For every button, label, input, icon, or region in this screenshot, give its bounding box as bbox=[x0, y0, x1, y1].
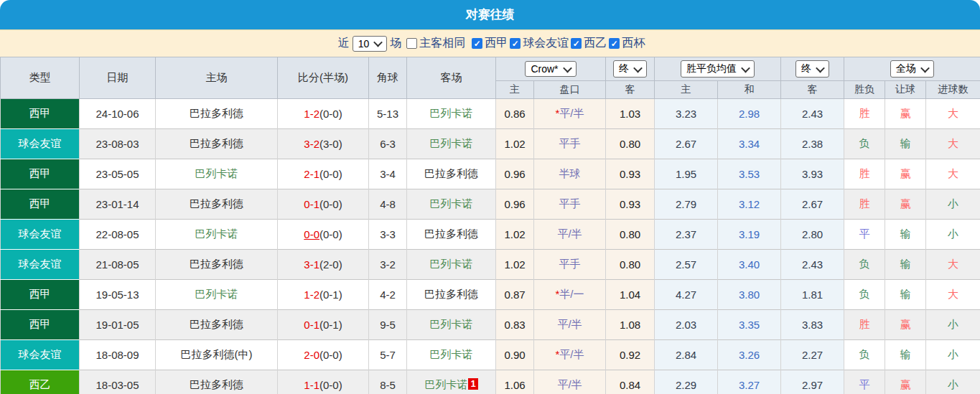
home-team-cell: 巴拉多利德 bbox=[156, 250, 278, 280]
home-team-name[interactable]: 巴列卡诺 bbox=[195, 167, 238, 179]
home-team-cell: 巴拉多利德 bbox=[156, 99, 278, 129]
league-checkbox[interactable]: ✓ bbox=[472, 38, 482, 49]
date-cell: 19-01-05 bbox=[80, 310, 156, 340]
half-time-score: (0-0) bbox=[319, 228, 342, 240]
final-score: 1-2 bbox=[304, 108, 319, 120]
half-time-score: (0-0) bbox=[319, 168, 342, 180]
competition-type-badge: 球会友谊 bbox=[1, 129, 80, 159]
home-team-name[interactable]: 巴列卡诺 bbox=[195, 228, 238, 240]
league-checkbox[interactable]: ✓ bbox=[571, 38, 582, 49]
same-venue-checkbox[interactable] bbox=[406, 38, 417, 49]
avg-away-odds-cell: 3.93 bbox=[781, 159, 844, 189]
away-team-name[interactable]: 巴列卡诺 bbox=[430, 107, 473, 119]
goals-over-under-cell: 小 bbox=[926, 310, 980, 340]
away-team-name[interactable]: 巴拉多利德 bbox=[424, 288, 478, 300]
away-odds-cell: 1.04 bbox=[606, 280, 655, 310]
away-odds-cell: 0.80 bbox=[606, 129, 655, 159]
final-score: 0-0 bbox=[304, 228, 319, 240]
corner-cell: 8-5 bbox=[369, 370, 407, 394]
away-team-name[interactable]: 巴拉多利德 bbox=[424, 228, 478, 240]
avg-time-select-cell: 终 bbox=[781, 57, 844, 81]
handicap-line: 平/半 bbox=[557, 228, 582, 240]
subheader-handicap: 盘口 bbox=[534, 81, 606, 99]
home-team-name[interactable]: 巴列卡诺 bbox=[195, 288, 238, 300]
home-team-name[interactable]: 巴拉多利德(中) bbox=[181, 348, 253, 360]
avg-away-odds-cell: 1.81 bbox=[781, 280, 844, 310]
result-cell: 胜 bbox=[844, 189, 885, 220]
handicap-line: 半球 bbox=[559, 167, 581, 179]
handicap-line: 平/半 bbox=[557, 378, 582, 390]
col-header-home: 主场 bbox=[156, 57, 278, 99]
corner-cell: 5-7 bbox=[369, 340, 407, 370]
home-team-name[interactable]: 巴拉多利德 bbox=[190, 258, 243, 270]
recent-count-select[interactable]: 10 bbox=[353, 36, 388, 52]
scope-select[interactable]: 全场 bbox=[890, 60, 934, 78]
goals-over-under-cell: 小 bbox=[926, 220, 980, 250]
bookmaker-select[interactable]: Crow* bbox=[525, 61, 576, 77]
avg-away-odds-cell: 2.43 bbox=[781, 250, 844, 280]
away-team-name[interactable]: 巴列卡诺 bbox=[430, 348, 473, 360]
avg-time-select[interactable]: 终 bbox=[795, 60, 829, 78]
col-header-score: 比分(半场) bbox=[278, 57, 369, 99]
avg-draw-odds-cell: 3.27 bbox=[718, 370, 781, 394]
league-checkbox[interactable]: ✓ bbox=[609, 38, 620, 49]
league-checkbox[interactable]: ✓ bbox=[510, 38, 521, 49]
home-team-name[interactable]: 巴拉多利德 bbox=[190, 197, 243, 210]
away-team-name[interactable]: 巴列卡诺 bbox=[430, 137, 473, 149]
away-team-name[interactable]: 巴列卡诺 bbox=[424, 378, 467, 390]
score-cell: 2-1(0-0) bbox=[278, 159, 369, 189]
handicap-result-cell: 输 bbox=[885, 340, 926, 370]
home-team-name[interactable]: 巴拉多利德 bbox=[190, 318, 243, 330]
recent-count-value: 10 bbox=[358, 38, 370, 50]
home-team-cell: 巴拉多利德 bbox=[156, 370, 278, 394]
away-team-name[interactable]: 巴列卡诺 bbox=[430, 318, 473, 330]
away-odds-cell: 0.93 bbox=[606, 189, 655, 220]
league-filter-group: ✓西甲 ✓球会友谊 ✓西乙 ✓西杯 bbox=[470, 36, 645, 51]
away-team-name[interactable]: 巴列卡诺 bbox=[430, 197, 473, 210]
subheader-odds-home: 主 bbox=[496, 81, 534, 99]
avg-away-odds-cell: 2.80 bbox=[781, 220, 844, 250]
date-cell: 18-08-09 bbox=[80, 340, 156, 370]
league-filter-item: ✓西甲 bbox=[470, 36, 508, 51]
handicap-cell: 平/半 bbox=[534, 220, 606, 250]
chevron-down-icon bbox=[373, 38, 383, 47]
league-filter-item: ✓西杯 bbox=[607, 36, 645, 51]
avg-odds-select-value: 胜平负均值 bbox=[686, 62, 737, 75]
handicap-result-cell: 输 bbox=[885, 129, 926, 159]
corner-cell: 3-3 bbox=[369, 220, 407, 250]
avg-odds-select[interactable]: 胜平负均值 bbox=[681, 60, 755, 78]
score-cell: 3-1(2-0) bbox=[278, 250, 369, 280]
league-label: 西甲 bbox=[485, 36, 508, 51]
avg-home-odds-cell: 3.23 bbox=[655, 99, 718, 129]
scope-select-value: 全场 bbox=[896, 62, 916, 75]
handicap-result-cell: 赢 bbox=[885, 310, 926, 340]
handicap-cell: 平手 bbox=[534, 250, 606, 280]
result-cell: 胜 bbox=[844, 310, 885, 340]
avg-draw-odds-cell: 3.53 bbox=[718, 159, 781, 189]
goals-over-under-cell: 大 bbox=[926, 99, 980, 129]
date-cell: 23-05-05 bbox=[80, 159, 156, 189]
away-team-cell: 巴拉多利德 bbox=[407, 159, 496, 189]
result-cell: 负 bbox=[844, 129, 885, 159]
avg-draw-odds-cell: 3.35 bbox=[718, 310, 781, 340]
half-time-score: (0-1) bbox=[319, 319, 342, 331]
chevron-down-icon bbox=[920, 63, 930, 72]
away-odds-cell: 0.80 bbox=[606, 220, 655, 250]
competition-type-badge: 球会友谊 bbox=[1, 250, 80, 280]
avg-home-odds-cell: 2.84 bbox=[655, 340, 718, 370]
avg-select-cell: 胜平负均值 bbox=[655, 57, 781, 81]
subheader-avg-away: 客 bbox=[781, 81, 844, 99]
final-score: 3-1 bbox=[304, 258, 319, 271]
away-team-name[interactable]: 巴拉多利德 bbox=[424, 167, 478, 179]
home-team-name[interactable]: 巴拉多利德 bbox=[190, 378, 243, 390]
away-team-name[interactable]: 巴列卡诺 bbox=[430, 258, 473, 270]
avg-home-odds-cell: 2.79 bbox=[655, 189, 718, 220]
league-label: 西乙 bbox=[584, 36, 607, 51]
home-odds-cell: 0.96 bbox=[496, 189, 534, 220]
home-team-name[interactable]: 巴拉多利德 bbox=[190, 107, 243, 119]
home-team-name[interactable]: 巴拉多利德 bbox=[190, 137, 243, 149]
odds-time-select[interactable]: 终 bbox=[613, 60, 647, 78]
competition-type-badge: 西甲 bbox=[1, 99, 80, 129]
subheader-handicap-result: 让球 bbox=[885, 81, 926, 99]
score-cell: 1-2(0-1) bbox=[278, 280, 369, 310]
